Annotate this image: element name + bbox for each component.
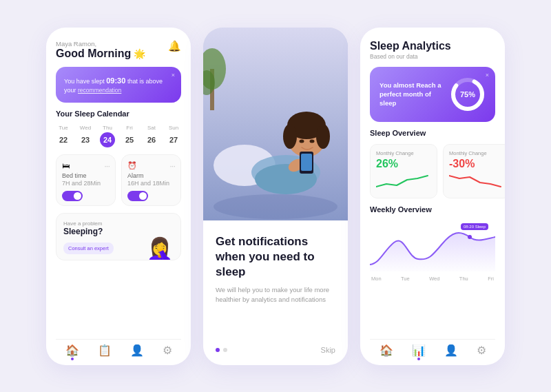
nav-active-dot bbox=[71, 358, 74, 360]
phone-screen-1: Maya Ramon, Good Morning 🌟 🔔 × You have … bbox=[46, 28, 191, 365]
onboarding-title: Get notifications when you need to sleep bbox=[216, 234, 335, 280]
weekly-overview-title: Weekly Overview bbox=[370, 205, 495, 214]
monthly-change-label-1: Monthly Change bbox=[376, 150, 431, 156]
cal-day-sun[interactable]: Sun 27 bbox=[166, 125, 181, 147]
svg-point-6 bbox=[283, 124, 297, 149]
bedtime-alarm: 🛏 ··· Bed time 7H and 28Min bbox=[56, 154, 116, 206]
onboarding-desc: We will help you to make your life more … bbox=[216, 285, 335, 305]
bottom-nav-1: 🏠 📋 👤 ⚙ bbox=[56, 339, 181, 357]
p1-header: Maya Ramon, Good Morning 🌟 🔔 bbox=[56, 40, 181, 60]
nav3-profile-icon[interactable]: 👤 bbox=[444, 344, 458, 357]
sleep-banner: × You have slept 09:30 that is above you… bbox=[56, 67, 181, 103]
weekly-chart-labels: Mon Tue Wed Thu Fri bbox=[370, 276, 495, 282]
label-mon: Mon bbox=[371, 276, 382, 282]
monthly-change-red-card: Monthly Change -30% bbox=[443, 144, 505, 198]
problem-illustration: 🤦‍♀️ bbox=[146, 238, 174, 260]
bed-icon: 🛏 bbox=[62, 161, 70, 169]
user-name: Maya Ramon, bbox=[56, 40, 145, 48]
bedtime-toggle[interactable] bbox=[62, 191, 83, 201]
nav3-analytics-icon[interactable]: 📊 bbox=[412, 344, 426, 357]
nav3-active-dot bbox=[417, 358, 420, 360]
nav3-home-icon[interactable]: 🏠 bbox=[380, 344, 393, 357]
alarm2-menu-icon[interactable]: ··· bbox=[169, 161, 175, 171]
phone-screen-2: Get notifications when you need to sleep… bbox=[203, 28, 348, 365]
red-trend-chart bbox=[449, 173, 504, 189]
green-trend-chart bbox=[376, 173, 431, 189]
greeting-icon: 🌟 bbox=[134, 48, 145, 59]
svg-text:75%: 75% bbox=[460, 90, 475, 98]
nav-calendar-icon[interactable]: 📋 bbox=[98, 344, 112, 357]
label-wed: Wed bbox=[429, 276, 439, 282]
monthly-change-label-2: Monthly Change bbox=[449, 150, 504, 156]
svg-point-1 bbox=[214, 194, 337, 219]
onboarding-bottom: Skip bbox=[216, 346, 335, 354]
svg-rect-11 bbox=[301, 154, 312, 171]
bottom-nav-3: 🏠 📊 👤 ⚙ bbox=[370, 339, 495, 357]
alarm-label: Alarm bbox=[127, 172, 175, 179]
card-close-button[interactable]: × bbox=[486, 72, 489, 79]
cal-day-tue[interactable]: Tue 22 bbox=[56, 125, 71, 147]
analytics-header: Sleep Analytics Based on our data bbox=[370, 40, 495, 60]
consult-expert-button[interactable]: Consult an expert bbox=[63, 243, 114, 254]
monthly-change-green-card: Monthly Change 26% bbox=[370, 144, 437, 198]
monthly-change-value-1: 26% bbox=[376, 158, 431, 170]
nav-profile-icon[interactable]: 👤 bbox=[130, 344, 144, 357]
label-thu: Thu bbox=[459, 276, 468, 282]
cal-day-thu[interactable]: Thu 24 bbox=[100, 125, 115, 147]
alarm-value: 16H and 18Min bbox=[127, 180, 175, 187]
onboarding-image bbox=[203, 28, 348, 220]
dot-1[interactable] bbox=[216, 348, 220, 352]
problem-title: Sleeping? bbox=[63, 227, 114, 236]
banner-close-button[interactable]: × bbox=[171, 72, 175, 79]
bedtime-value: 7H and 28Min bbox=[62, 180, 110, 187]
alarm-menu-icon[interactable]: ··· bbox=[104, 161, 110, 171]
weekly-chart-container: 08:20 Sleep Mon Tue Wed Thu Fri bbox=[370, 223, 495, 278]
pagination-dots bbox=[216, 348, 227, 352]
cal-day-wed[interactable]: Wed 23 bbox=[78, 125, 93, 147]
weekly-chart bbox=[370, 223, 495, 271]
svg-point-13 bbox=[310, 139, 315, 143]
nav-home-icon[interactable]: 🏠 bbox=[65, 344, 79, 357]
nav3-settings-icon[interactable]: ⚙ bbox=[477, 344, 486, 357]
skip-button[interactable]: Skip bbox=[321, 346, 335, 354]
sleep-time-badge: 08:20 Sleep bbox=[461, 223, 488, 230]
problem-box: Have a problem Sleeping? Consult an expe… bbox=[56, 213, 181, 260]
alarm-alarm: ⏰ ··· Alarm 16H and 18Min bbox=[121, 154, 181, 206]
sleep-progress-card: × You almost Reach a perfect month of sl… bbox=[370, 67, 495, 122]
analytics-title: Sleep Analytics bbox=[370, 40, 495, 52]
nav-settings-icon[interactable]: ⚙ bbox=[163, 344, 172, 357]
svg-point-7 bbox=[316, 124, 330, 149]
cal-day-sat[interactable]: Sat 26 bbox=[144, 125, 159, 147]
card-message: You almost Reach a perfect month of slee… bbox=[380, 81, 448, 108]
analytics-subtitle: Based on our data bbox=[370, 53, 495, 60]
onboarding-content: Get notifications when you need to sleep… bbox=[203, 220, 348, 365]
banner-text: You have slept 09:30 that is above your … bbox=[64, 75, 173, 96]
phone-screen-3: Sleep Analytics Based on our data × You … bbox=[360, 28, 505, 365]
label-fri: Fri bbox=[488, 276, 494, 282]
label-tue: Tue bbox=[401, 276, 410, 282]
bedtime-label: Bed time bbox=[62, 172, 110, 179]
alarms-section: 🛏 ··· Bed time 7H and 28Min ⏰ ··· Alarm … bbox=[56, 154, 181, 206]
monthly-change-value-2: -30% bbox=[449, 158, 504, 170]
notification-icon[interactable]: 🔔 bbox=[168, 40, 181, 52]
alarm-toggle[interactable] bbox=[127, 191, 148, 201]
sleep-calendar: Tue 22 Wed 23 Thu 24 Fri 25 Sat 26 Sun 2… bbox=[56, 125, 181, 147]
overview-cards: Monthly Change 26% Monthly Change -30% bbox=[370, 144, 495, 198]
calendar-title: Your Sleep Calendar bbox=[56, 110, 181, 118]
greeting: Good Morning 🌟 bbox=[56, 48, 145, 60]
sleep-overview-title: Sleep Overview bbox=[370, 129, 495, 137]
dot-2[interactable] bbox=[223, 348, 227, 352]
alarm-icon: ⏰ bbox=[127, 161, 137, 170]
problem-label: Have a problem bbox=[63, 220, 114, 227]
cal-day-fri[interactable]: Fri 25 bbox=[122, 125, 137, 147]
svg-point-20 bbox=[468, 235, 472, 239]
progress-donut: 75% bbox=[450, 76, 486, 112]
svg-point-12 bbox=[300, 139, 304, 143]
